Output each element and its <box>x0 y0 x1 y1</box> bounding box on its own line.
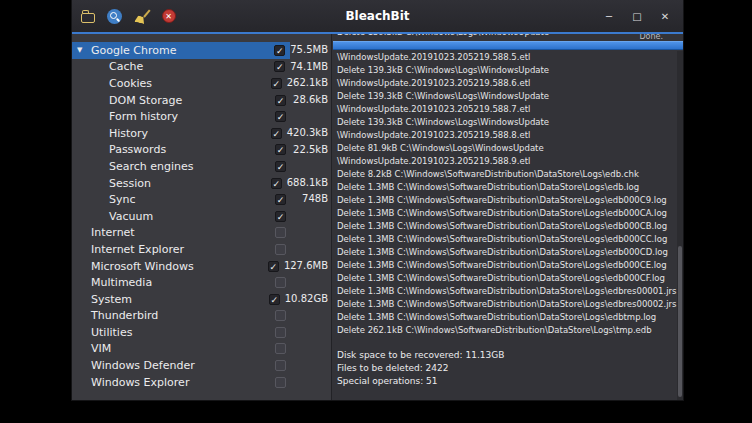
checkbox-dom-storage[interactable]: ✓ <box>275 95 286 106</box>
tree-row-multimedia[interactable]: Multimedia <box>72 274 331 291</box>
tree-row-sync[interactable]: Sync✓748B <box>72 191 331 208</box>
tree-row-search-engines[interactable]: Search engines✓ <box>72 158 331 175</box>
checkbox-google-chrome[interactable]: ✓ <box>274 45 285 56</box>
tree-item-label: Vacuum <box>109 210 153 223</box>
tree-row-internet[interactable]: Internet <box>72 225 331 242</box>
checkbox-vacuum[interactable]: ✓ <box>275 211 286 222</box>
tree-row-google-chrome[interactable]: ▼Google Chrome✓75.5MB <box>72 42 331 59</box>
close-button[interactable]: ✕ <box>651 11 679 22</box>
log-line: Delete 1.3MB C:\Windows\SoftwareDistribu… <box>332 207 683 220</box>
tree-item-label: Google Chrome <box>91 44 176 57</box>
checkbox-passwords[interactable]: ✓ <box>275 144 286 155</box>
abort-button[interactable]: ✕ <box>159 7 178 26</box>
log-output[interactable]: Delete 139.3kB C:\Windows\Logs\WindowsUp… <box>332 32 683 400</box>
checkbox-cookies[interactable]: ✓ <box>271 78 282 89</box>
page-title: BleachBit <box>345 0 409 32</box>
checkbox-form-history[interactable]: ✓ <box>275 111 286 122</box>
tree-item-label: Form history <box>109 110 178 123</box>
checkbox-history[interactable]: ✓ <box>271 128 282 139</box>
tree-item-name-col: Utilities <box>72 324 291 341</box>
maximize-button[interactable]: □ <box>623 11 651 22</box>
tree-row-microsoft-windows[interactable]: Microsoft Windows✓127.6MB <box>72 258 331 275</box>
tree-row-session[interactable]: Session✓688.1kB <box>72 175 331 192</box>
checkbox-multimedia[interactable] <box>275 277 286 288</box>
checkbox-internet-explorer[interactable] <box>275 244 286 255</box>
tree-item-size <box>291 108 331 125</box>
checkbox-search-engines[interactable]: ✓ <box>275 161 286 172</box>
titlebar[interactable]: ✕ BleachBit ─ □ ✕ <box>72 0 683 33</box>
log-line: Delete 139.3kB C:\Windows\Logs\WindowsUp… <box>332 90 683 103</box>
log-scrollbar[interactable] <box>677 51 683 400</box>
tree-item-name-col: DOM Storage✓ <box>72 92 291 109</box>
checkbox-utilities[interactable] <box>275 327 286 338</box>
log-line: \WindowsUpdate.20191023.205219.588.9.etl <box>332 155 683 168</box>
tree-item-size <box>291 225 331 242</box>
clean-button[interactable] <box>132 7 151 26</box>
tree-row-internet-explorer[interactable]: Internet Explorer <box>72 241 331 258</box>
tree-row-history[interactable]: History✓420.3kB <box>72 125 331 142</box>
tree-item-name-col: ▼Google Chrome✓ <box>72 42 290 59</box>
checkbox-system[interactable]: ✓ <box>269 294 280 305</box>
tree-item-size <box>291 357 331 374</box>
scrollbar-thumb[interactable] <box>678 246 682 397</box>
tree-row-cache[interactable]: Cache✓74.1MB <box>72 59 331 76</box>
log-summary: Disk space to be recovered: 11.13GBFiles… <box>332 349 683 388</box>
tree-item-label: Microsoft Windows <box>91 260 194 273</box>
tree-row-form-history[interactable]: Form history✓ <box>72 108 331 125</box>
checkbox-sync[interactable]: ✓ <box>275 194 286 205</box>
summary-line: Files to be deleted: 2422 <box>332 362 683 375</box>
expander-icon[interactable]: ▼ <box>75 46 91 54</box>
log-line: Delete 139.3kB C:\Windows\Logs\WindowsUp… <box>332 64 683 77</box>
tree-item-label: Sync <box>109 193 136 206</box>
tree-item-name-col: Cookies✓ <box>72 75 287 92</box>
tree-row-thunderbird[interactable]: Thunderbird <box>72 308 331 325</box>
magnifier-icon <box>107 9 122 24</box>
log-line: \WindowsUpdate.20191023.205219.588.6.etl <box>332 77 683 90</box>
checkbox-windows-explorer[interactable] <box>275 377 286 388</box>
tree-row-utilities[interactable]: Utilities <box>72 324 331 341</box>
tree-row-dom-storage[interactable]: DOM Storage✓28.6kB <box>72 92 331 109</box>
log-line: Delete 1.3MB C:\Windows\SoftwareDistribu… <box>332 285 683 298</box>
tree-row-windows-defender[interactable]: Windows Defender <box>72 357 331 374</box>
checkbox-vim[interactable] <box>275 343 286 354</box>
tree-item-size <box>291 241 331 258</box>
tree-item-label: Utilities <box>91 326 132 339</box>
tree-item-label: DOM Storage <box>109 94 182 107</box>
checkbox-cache[interactable]: ✓ <box>274 61 285 72</box>
tree-row-cookies[interactable]: Cookies✓262.1kB <box>72 75 331 92</box>
tree-row-vacuum[interactable]: Vacuum✓ <box>72 208 331 225</box>
tree-item-label: Windows Defender <box>91 359 195 372</box>
tree-item-size <box>291 208 331 225</box>
checkbox-microsoft-windows[interactable]: ✓ <box>268 261 279 272</box>
tree-item-size: 420.3kB <box>287 125 331 142</box>
summary-line: Disk space to be recovered: 11.13GB <box>332 349 683 362</box>
tree-item-label: Windows Explorer <box>91 376 189 389</box>
log-line: Delete 1.3MB C:\Windows\SoftwareDistribu… <box>332 272 683 285</box>
tree-row-vim[interactable]: VIM <box>72 341 331 358</box>
tree-item-name-col: Passwords✓ <box>72 142 291 159</box>
tree-item-name-col: Windows Defender <box>72 357 291 374</box>
log-line: Delete 8.2kB C:\Windows\SoftwareDistribu… <box>332 168 683 181</box>
tree-item-size <box>291 274 331 291</box>
log-line: Delete 1.3MB C:\Windows\SoftwareDistribu… <box>332 233 683 246</box>
checkbox-thunderbird[interactable] <box>275 310 286 321</box>
tree-item-size: 688.1kB <box>287 175 331 192</box>
tree-item-label: Internet Explorer <box>91 243 184 256</box>
minimize-button[interactable]: ─ <box>595 11 623 22</box>
preview-button[interactable] <box>105 7 124 26</box>
tree-item-label: Cookies <box>109 77 152 90</box>
tree-item-label: Cache <box>109 60 143 73</box>
checkbox-internet[interactable] <box>275 227 286 238</box>
tree-item-size: 75.5MB <box>290 42 331 59</box>
tree-row-windows-explorer[interactable]: Windows Explorer <box>72 374 331 391</box>
tree-row-passwords[interactable]: Passwords✓22.5kB <box>72 142 331 159</box>
tree-row-system[interactable]: System✓10.82GB <box>72 291 331 308</box>
tree-item-size: 748B <box>291 191 331 208</box>
tree-item-size: 127.6MB <box>284 258 331 275</box>
open-button[interactable] <box>78 7 97 26</box>
checkbox-session[interactable]: ✓ <box>271 178 282 189</box>
checkbox-windows-defender[interactable] <box>275 360 286 371</box>
tree-item-label: System <box>91 293 132 306</box>
cleaner-tree[interactable]: ▼Google Chrome✓75.5MBCache✓74.1MBCookies… <box>72 32 332 400</box>
tree-item-label: VIM <box>91 342 111 355</box>
